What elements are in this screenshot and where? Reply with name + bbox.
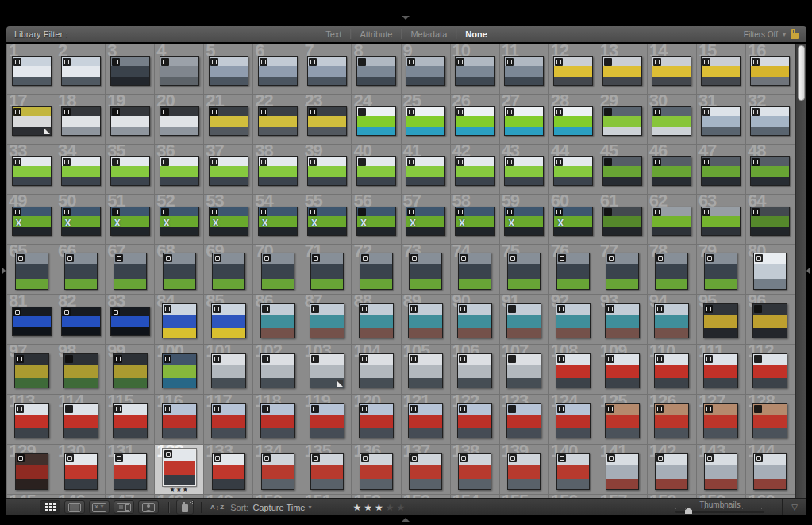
collection-badge-icon[interactable] <box>653 208 661 216</box>
photo-thumbnail[interactable] <box>455 106 495 136</box>
photo-thumbnail[interactable] <box>163 449 196 486</box>
grid-cell[interactable]: 27 <box>500 95 549 145</box>
photo-thumbnail[interactable] <box>260 303 295 338</box>
grid-cell[interactable]: 108 <box>549 345 598 395</box>
photo-thumbnail[interactable] <box>556 353 591 388</box>
grid-cell[interactable]: 19 <box>106 95 155 145</box>
collection-badge-icon[interactable] <box>557 405 565 413</box>
collection-badge-icon[interactable] <box>161 208 169 216</box>
photo-thumbnail[interactable] <box>12 56 52 86</box>
grid-cell[interactable]: 13 <box>598 44 648 95</box>
collection-badge-icon[interactable] <box>702 108 710 116</box>
collection-badge-icon[interactable] <box>358 208 366 216</box>
filter-tab-metadata[interactable]: Metadata <box>401 29 456 39</box>
grid-cell[interactable]: 42 <box>451 145 500 195</box>
filter-tab-attribute[interactable]: Attribute <box>350 29 401 39</box>
photo-thumbnail[interactable] <box>258 106 298 136</box>
grid-cell[interactable]: 59X <box>500 195 549 245</box>
grid-cell[interactable]: 63 <box>697 195 746 245</box>
collection-badge-icon[interactable] <box>262 405 270 413</box>
grid-cell[interactable]: 5 <box>204 44 253 95</box>
photo-thumbnail[interactable]: X <box>160 207 199 236</box>
grid-cell[interactable]: 20 <box>155 95 204 145</box>
photo-thumbnail[interactable] <box>110 56 150 86</box>
grid-cell[interactable]: 71 <box>302 245 352 295</box>
grid-cell[interactable]: 34 <box>56 145 106 195</box>
collection-badge-icon[interactable] <box>506 158 514 166</box>
collection-badge-icon[interactable] <box>63 58 71 66</box>
collection-badge-icon[interactable] <box>161 58 169 66</box>
photo-thumbnail[interactable] <box>310 353 344 388</box>
grid-cell[interactable]: 132★★★ <box>155 445 204 495</box>
collection-badge-icon[interactable] <box>309 208 317 216</box>
collection-badge-icon[interactable] <box>360 405 368 413</box>
photo-thumbnail[interactable] <box>114 453 147 490</box>
star-icon[interactable]: ★ <box>352 502 364 513</box>
grid-cell[interactable]: 144 <box>746 445 795 495</box>
collection-badge-icon[interactable] <box>214 254 221 262</box>
grid-cell[interactable]: 46 <box>648 145 697 195</box>
grid-cell[interactable]: 110 <box>648 345 697 395</box>
collection-badge-icon[interactable] <box>164 254 172 262</box>
grid-cell[interactable]: 60X <box>549 195 598 245</box>
photo-thumbnail[interactable] <box>652 56 691 86</box>
photo-thumbnail[interactable] <box>556 453 590 490</box>
grid-view-button[interactable] <box>40 500 60 514</box>
grid-cell[interactable]: 135 <box>302 445 352 495</box>
photo-thumbnail[interactable] <box>162 303 197 338</box>
grid-cell[interactable]: 136 <box>352 445 401 495</box>
collection-badge-icon[interactable] <box>262 355 270 363</box>
collection-badge-icon[interactable] <box>213 355 221 363</box>
photo-thumbnail[interactable] <box>408 403 443 438</box>
collection-badge-icon[interactable] <box>555 108 563 116</box>
collection-badge-icon[interactable] <box>656 355 664 363</box>
grid-cell[interactable]: 113 <box>7 395 56 445</box>
filters-caret-icon[interactable]: ▾ <box>783 31 786 38</box>
photo-thumbnail[interactable] <box>360 253 393 290</box>
collection-badge-icon[interactable] <box>702 158 710 166</box>
photo-thumbnail[interactable] <box>209 106 248 136</box>
collection-badge-icon[interactable] <box>555 208 563 216</box>
grid-cell[interactable]: 55X <box>302 195 352 245</box>
collection-badge-icon[interactable] <box>460 454 468 462</box>
collection-badge-icon[interactable] <box>311 305 319 313</box>
grid-cell[interactable]: 48 <box>746 145 795 195</box>
bottom-panel-reveal-arrow-icon[interactable] <box>402 518 410 522</box>
collection-badge-icon[interactable] <box>210 158 218 166</box>
grid-cell[interactable]: 16 <box>746 44 795 95</box>
collection-badge-icon[interactable] <box>214 454 221 462</box>
collection-badge-icon[interactable] <box>213 305 221 313</box>
photo-thumbnail[interactable] <box>504 156 544 186</box>
photo-thumbnail[interactable] <box>701 156 741 186</box>
collection-badge-icon[interactable] <box>13 208 21 216</box>
collection-badge-icon[interactable] <box>260 58 267 66</box>
grid-cell[interactable]: 142 <box>648 445 697 495</box>
collection-badge-icon[interactable] <box>263 254 271 262</box>
collection-badge-icon[interactable] <box>361 254 369 262</box>
photo-thumbnail[interactable] <box>553 156 593 186</box>
photo-thumbnail[interactable] <box>258 56 298 86</box>
collection-badge-icon[interactable] <box>63 108 71 116</box>
collection-badge-icon[interactable] <box>607 454 615 462</box>
grid-cell[interactable]: 39 <box>302 145 352 195</box>
photo-thumbnail[interactable] <box>261 453 294 490</box>
collection-badge-icon[interactable] <box>407 58 415 66</box>
grid-cell[interactable]: 137 <box>402 445 451 495</box>
star-icon[interactable]: ★ <box>386 502 397 513</box>
grid-cell[interactable]: 18 <box>56 95 106 145</box>
collection-badge-icon[interactable] <box>13 108 21 116</box>
collection-badge-icon[interactable] <box>407 158 415 166</box>
photo-thumbnail[interactable]: X <box>61 207 101 236</box>
collection-badge-icon[interactable] <box>755 254 763 262</box>
collection-badge-icon[interactable] <box>706 454 714 462</box>
grid-cell[interactable]: 54X <box>253 195 302 245</box>
photo-thumbnail[interactable] <box>507 253 541 290</box>
collection-badge-icon[interactable] <box>312 254 320 262</box>
grid-cell[interactable]: 84 <box>155 295 204 345</box>
photo-thumbnail[interactable] <box>506 403 541 438</box>
grid-cell[interactable]: 133 <box>204 445 253 495</box>
grid-cell[interactable]: 112 <box>746 345 795 395</box>
grid-cell[interactable]: 12 <box>549 44 598 95</box>
collection-badge-icon[interactable] <box>63 308 71 316</box>
photo-thumbnail[interactable] <box>211 403 246 438</box>
